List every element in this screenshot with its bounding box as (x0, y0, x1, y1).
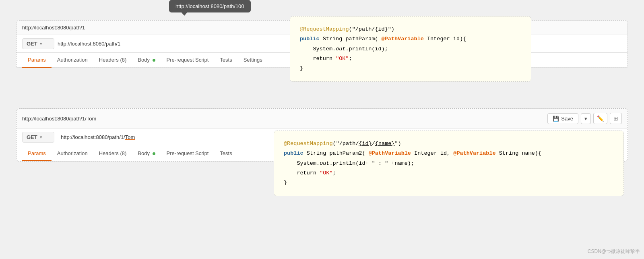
code2-line-5: } (284, 178, 614, 188)
panel1-method-select[interactable]: GET ▾ (22, 38, 54, 49)
kw-public-2: public (284, 150, 303, 156)
code2-line-2: public String pathParam2( @PathVariable … (284, 149, 614, 158)
code2-line-3: System.out.println(id+ " : " +name); (284, 159, 614, 168)
tab-prerequest-2[interactable]: Pre-request Script (161, 146, 215, 161)
tab-params-1[interactable]: Params (22, 53, 52, 68)
panel2-method-select[interactable]: GET ▾ (22, 132, 54, 143)
code2-line-4: return "OK"; (284, 168, 614, 178)
kw-public-1: public (300, 36, 320, 42)
tab-headers-1[interactable]: Headers (8) (93, 53, 132, 68)
annotation-pathvariable-3: @PathVariable (453, 150, 495, 156)
edit-icon-button[interactable]: ✏️ (593, 113, 607, 124)
tab-body-2[interactable]: Body (132, 146, 161, 161)
watermark: CSDN@つ微凉徒眸挚半 (588, 248, 640, 255)
body-dot-2 (153, 152, 155, 155)
url-tom-underlined: Tom (125, 134, 135, 140)
annotation-1: @RequestMapping (300, 26, 349, 32)
tooltip-text: http://localhost:8080/path/100 (175, 3, 244, 9)
annotation-2: @RequestMapping (284, 141, 333, 147)
tab-tests-2[interactable]: Tests (214, 146, 237, 161)
tab-authorization-1[interactable]: Authorization (52, 53, 93, 68)
copy-icon-button[interactable]: ⊞ (610, 113, 622, 124)
panel1-url-text: http://localhost:8080/path/1 (22, 25, 85, 31)
body-dot-1 (153, 59, 155, 62)
save-toolbar: 💾 Save ▾ ✏️ ⊞ (547, 113, 622, 124)
tab-params-2[interactable]: Params (22, 146, 52, 161)
panel2-code-box: @RequestMapping("/path/{id}/{name}") pub… (274, 131, 624, 196)
tab-settings-1[interactable]: Settings (238, 53, 268, 68)
annotation-pathvariable-2: @PathVariable (369, 150, 411, 156)
code-line-1: @RequestMapping("/path/{id}") (300, 25, 521, 34)
panel2-url-text: http://localhost:8080/path/1/Tom (22, 116, 96, 122)
annotation-pathvariable-1: @PathVariable (382, 36, 424, 42)
panel2-url-bar: http://localhost:8080/path/1/Tom 💾 Save … (17, 109, 627, 128)
tab-tests-1[interactable]: Tests (214, 53, 237, 68)
panel1-code-box: @RequestMapping("/path/{id}") public Str… (290, 16, 531, 82)
chevron-down-icon-2: ▾ (40, 135, 42, 139)
code-line-2: public String pathParam( @PathVariable I… (300, 34, 521, 44)
tab-headers-2[interactable]: Headers (8) (93, 146, 132, 161)
code-line-4: return "OK"; (300, 54, 521, 64)
tooltip-callout: http://localhost:8080/path/100 (169, 0, 251, 12)
panel2-method-label: GET (27, 134, 37, 140)
save-button[interactable]: 💾 Save (547, 113, 578, 124)
code-line-3: System.out.println(id); (300, 44, 521, 54)
panel1-method-label: GET (27, 41, 37, 47)
save-icon: 💾 (553, 116, 559, 122)
chevron-down-icon: ▾ (40, 41, 42, 46)
code-line-5: } (300, 64, 521, 73)
code2-line-1: @RequestMapping("/path/{id}/{name}") (284, 139, 614, 149)
save-label: Save (561, 116, 573, 122)
tab-prerequest-1[interactable]: Pre-request Script (161, 53, 215, 68)
tab-authorization-2[interactable]: Authorization (52, 146, 93, 161)
tab-body-1[interactable]: Body (132, 53, 161, 68)
save-dropdown-button[interactable]: ▾ (581, 113, 591, 124)
